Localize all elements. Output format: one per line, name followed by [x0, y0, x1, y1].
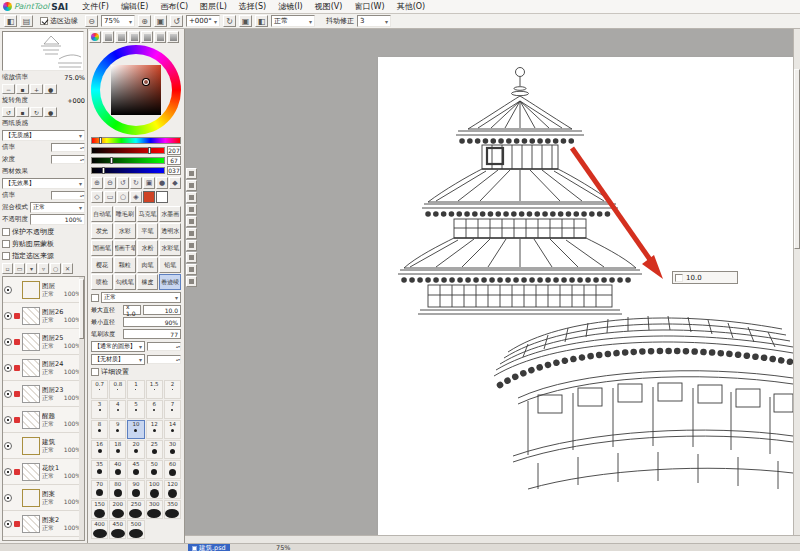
saturation-value-square[interactable] — [111, 65, 161, 115]
brush-preset[interactable]: 勾线笔 — [114, 274, 136, 290]
mini-toolbar-button[interactable] — [186, 276, 197, 287]
view-mode-select[interactable]: 正常▾ — [271, 15, 315, 27]
visibility-icon[interactable] — [4, 286, 12, 294]
visibility-icon[interactable] — [4, 338, 12, 346]
texture-strength-spinner[interactable]: ▴▾ — [147, 355, 181, 364]
visibility-icon[interactable] — [4, 416, 12, 424]
angle-field[interactable]: +000°▾ — [186, 15, 220, 27]
brush-density-slider[interactable]: 77 — [123, 329, 181, 339]
brush-blend-mode-select[interactable]: 正常▾ — [101, 292, 181, 303]
mini-toolbar-button[interactable] — [186, 216, 197, 227]
paper-scale-spinner[interactable]: ▴▾ — [51, 143, 85, 152]
eyedropper-tool-icon[interactable]: ◆ — [169, 177, 181, 189]
scrollbar-thumb[interactable] — [794, 69, 800, 249]
brush-preset[interactable]: 发光 — [91, 223, 113, 239]
brush-size-cell[interactable]: 30 — [164, 440, 181, 459]
layer-row[interactable]: 图案2 正常100% — [3, 511, 84, 537]
visibility-icon[interactable] — [4, 520, 12, 528]
slider-knob[interactable] — [148, 147, 151, 154]
slider-knob[interactable] — [99, 137, 102, 144]
nav-rotation-reset-button[interactable]: ● — [44, 107, 57, 117]
brush-texture-select[interactable]: 【无材质】▾ — [91, 354, 145, 365]
brush-size-cell[interactable]: 80 — [109, 480, 126, 499]
mini-toolbar-button[interactable] — [186, 168, 197, 179]
brush-preset[interactable]: 肉笔 — [137, 257, 159, 273]
layer-row[interactable]: 图层23 正常100% — [3, 381, 84, 407]
brush-size-cell[interactable]: 6 — [146, 400, 163, 419]
zoom-field[interactable]: 75%▾ — [101, 15, 135, 27]
menu-item[interactable]: 编辑(E) — [115, 1, 154, 12]
brush-size-cell[interactable]: 5 — [127, 400, 144, 419]
new-folder-icon[interactable]: ▭ — [14, 263, 25, 274]
custom-tab[interactable] — [167, 31, 179, 43]
material-effect-select[interactable]: 【无效果】▾ — [2, 178, 85, 189]
new-layer-icon[interactable]: ▫ — [2, 263, 13, 274]
rotate-ccw-tool-icon[interactable]: ↺ — [117, 177, 129, 189]
brush-preset[interactable]: 国画干笔 — [114, 240, 136, 256]
menu-item[interactable]: 滤镜(I) — [272, 1, 309, 12]
layer-option-checkbox[interactable]: 保护不透明度 — [2, 226, 85, 237]
transfer-down-icon[interactable]: ▾ — [26, 263, 37, 274]
slider-knob[interactable] — [110, 157, 113, 164]
mini-toolbar-button[interactable] — [186, 180, 197, 191]
rotate-cw-icon[interactable]: ↻ — [223, 15, 236, 27]
slider-knob[interactable] — [102, 167, 105, 174]
brush-size-cell[interactable]: 10 — [127, 420, 144, 439]
brush-size-cell[interactable]: 18 — [109, 440, 126, 459]
brush-size-cell[interactable]: 45 — [127, 460, 144, 479]
zoom-out-icon[interactable]: ⊖ — [85, 15, 98, 27]
brush-size-cell[interactable]: 120 — [164, 480, 181, 499]
brush-size-cell[interactable]: 40 — [109, 460, 126, 479]
brush-preset[interactable]: 卷迹绫 — [159, 274, 181, 290]
mini-toolbar-button[interactable] — [186, 264, 197, 275]
brush-size-cell[interactable]: 25 — [146, 440, 163, 459]
rotate-reset-icon[interactable]: ▣ — [239, 15, 252, 27]
swatches-tab[interactable] — [141, 31, 153, 43]
brush-preset[interactable]: 喷枪 — [91, 274, 113, 290]
nav-zoom-out-button[interactable]: − — [2, 84, 15, 94]
red-slider[interactable] — [91, 147, 165, 154]
brush-size-cell[interactable]: 2 — [164, 380, 181, 399]
scrollbar-thumb[interactable] — [430, 536, 788, 543]
rotate-ccw-icon[interactable]: ↺ — [170, 15, 183, 27]
layer-row[interactable]: 图层26 正常100% — [3, 303, 84, 329]
brush-size-cell[interactable]: 400 — [91, 520, 108, 539]
magic-wand-tool-icon[interactable]: ◈ — [130, 191, 142, 203]
max-diameter-slider[interactable]: 10.0 — [143, 305, 181, 315]
brush-size-cell[interactable]: 9 — [109, 420, 126, 439]
visibility-icon[interactable] — [4, 442, 12, 450]
brush-size-cell[interactable]: 450 — [109, 520, 126, 539]
brush-size-cell[interactable]: 100 — [146, 480, 163, 499]
stabilizer-select[interactable]: 3▾ — [357, 15, 391, 27]
layer-row[interactable]: 花纹1 正常100% — [3, 459, 84, 485]
nav-zoom-slider[interactable]: ▪ — [16, 84, 29, 94]
zoom-in-icon[interactable]: ⊕ — [138, 15, 151, 27]
min-diameter-slider[interactable]: 90% — [123, 317, 181, 327]
merge-down-icon[interactable]: ▿ — [38, 263, 49, 274]
layer-option-checkbox[interactable]: 指定选区来源 — [2, 250, 85, 261]
foreground-color-swatch[interactable] — [143, 191, 155, 203]
brush-size-cell[interactable]: 1.5 — [146, 380, 163, 399]
menu-item[interactable]: 其他(O) — [391, 1, 432, 12]
visibility-icon[interactable] — [4, 364, 12, 372]
rotate-cw-tool-icon[interactable]: ↻ — [130, 177, 142, 189]
mini-toolbar-button[interactable] — [186, 252, 197, 263]
mini-toolbar-button[interactable] — [186, 204, 197, 215]
blue-slider[interactable] — [91, 167, 165, 174]
layers-scrollbar[interactable] — [79, 277, 84, 540]
menu-item[interactable]: 文件(F) — [76, 1, 115, 12]
paper-density-spinner[interactable]: ▴▾ — [51, 155, 85, 164]
hand-tool-icon[interactable]: ● — [156, 177, 168, 189]
hue-slider[interactable] — [91, 137, 181, 144]
visibility-icon[interactable] — [4, 494, 12, 502]
brush-size-cell[interactable]: 4 — [109, 400, 126, 419]
layer-row[interactable]: 建筑 正常100% — [3, 433, 84, 459]
menu-item[interactable]: 视图(V) — [309, 1, 349, 12]
brush-size-cell[interactable]: 90 — [127, 480, 144, 499]
layer-row[interactable]: 图层25 正常100% — [3, 329, 84, 355]
nav-rotation-slider[interactable]: ▪ — [16, 107, 29, 117]
menu-item[interactable]: 选择(S) — [233, 1, 272, 12]
brush-preset[interactable]: 睡毛刷 — [114, 206, 136, 222]
clear-layer-icon[interactable]: ○ — [50, 263, 61, 274]
nav-zoom-in-button[interactable]: + — [30, 84, 43, 94]
